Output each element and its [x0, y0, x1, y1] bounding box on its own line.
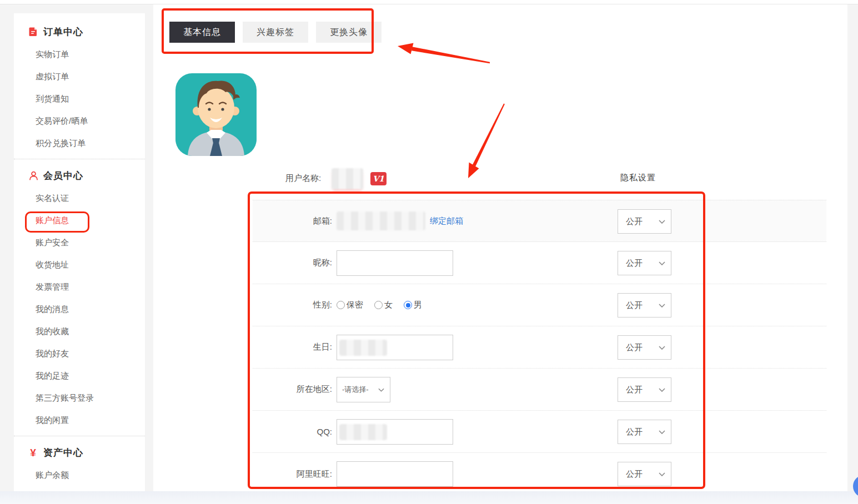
sidebar-item-physical-orders[interactable]: 实物订单: [14, 43, 145, 65]
privacy-select-birthday[interactable]: 公开: [618, 335, 671, 360]
qq-masked-value: [339, 424, 387, 440]
sidebar-section-title: 订单中心: [43, 26, 83, 38]
sidebar-section-title: 资产中心: [43, 446, 83, 459]
sidebar-item-label: 交易评价/晒单: [36, 116, 88, 127]
privacy-select-nickname[interactable]: 公开: [618, 251, 671, 275]
region-select-value: -请选择-: [342, 385, 369, 395]
sidebar-divider: [14, 159, 145, 159]
sidebar-item-virtual-orders[interactable]: 虚拟订单: [14, 65, 145, 88]
sidebar-section-asset-center: ¥ 资产中心: [14, 441, 145, 464]
radio-option-male[interactable]: 男: [404, 300, 422, 310]
sidebar-item-label: 虚拟订单: [36, 72, 69, 82]
sidebar-item-account-info[interactable]: 账户信息: [14, 209, 145, 231]
sidebar-section-order-center: 订单中心: [14, 20, 145, 43]
user-icon: [28, 170, 39, 181]
privacy-select-value: 公开: [626, 385, 643, 395]
nickname-input[interactable]: [337, 250, 453, 276]
privacy-select-email[interactable]: 公开: [618, 209, 671, 234]
tab-interest-tags[interactable]: 兴趣标签: [243, 22, 308, 43]
radio-circle: [337, 301, 345, 309]
qq-label: QQ:: [253, 427, 332, 436]
sidebar-item-label: 实物订单: [36, 49, 69, 60]
sidebar-item-label: 到货通知: [36, 94, 69, 104]
sidebar: 订单中心 实物订单 虚拟订单 到货通知 交易评价/晒单 积分兑换订单 会员中心 …: [14, 13, 145, 491]
sidebar-item-label: 实名认证: [36, 193, 69, 204]
sidebar-item-real-name-auth[interactable]: 实名认证: [14, 187, 145, 209]
sidebar-item-label: 我的好友: [36, 349, 69, 359]
sidebar-item-arrival-notice[interactable]: 到货通知: [14, 88, 145, 110]
sidebar-item-label: 我的足迹: [36, 371, 69, 381]
sidebar-item-my-favorites[interactable]: 我的收藏: [14, 320, 145, 342]
sidebar-item-account-security[interactable]: 账户安全: [14, 231, 145, 254]
page-top-border: [0, 0, 858, 4]
tab-basic-info[interactable]: 基本信息: [169, 22, 235, 43]
nickname-label: 昵称:: [253, 258, 332, 268]
privacy-select-value: 公开: [626, 258, 643, 269]
sidebar-item-invoice-management[interactable]: 发票管理: [14, 276, 145, 298]
email-masked-value: [337, 211, 425, 230]
privacy-settings-header: 隐私设置: [620, 173, 656, 183]
birthday-label: 生日:: [253, 342, 332, 352]
sidebar-section-member-center: 会员中心: [14, 164, 145, 187]
sidebar-item-shipping-address[interactable]: 收货地址: [14, 254, 145, 276]
page-bottom-strip: [0, 491, 858, 504]
sidebar-item-label: 收货地址: [36, 260, 69, 270]
privacy-select-qq[interactable]: 公开: [618, 420, 671, 444]
sidebar-divider: [14, 436, 145, 436]
privacy-select-gender[interactable]: 公开: [618, 293, 671, 317]
email-label: 邮箱:: [253, 216, 332, 226]
sidebar-item-my-footprints[interactable]: 我的足迹: [14, 365, 145, 387]
sidebar-item-label: 账户安全: [36, 238, 69, 248]
sidebar-item-account-balance[interactable]: 账户余额: [14, 464, 145, 486]
form-row-nickname: 昵称: 公开: [253, 242, 826, 284]
sidebar-item-label: 我的消息: [36, 304, 69, 315]
yen-icon: ¥: [28, 447, 39, 458]
tab-change-avatar[interactable]: 更换头像: [316, 22, 382, 43]
form-row-region: 所在地区: -请选择- 公开: [253, 369, 826, 411]
username-label: 用户名称:: [285, 173, 321, 184]
sidebar-item-third-party-login[interactable]: 第三方账号登录: [14, 387, 145, 409]
privacy-select-value: 公开: [626, 427, 643, 437]
privacy-select-aliwangwang[interactable]: 公开: [618, 462, 671, 486]
region-select[interactable]: -请选择-: [337, 377, 390, 402]
privacy-select-region[interactable]: 公开: [618, 377, 671, 402]
region-label: 所在地区:: [253, 384, 332, 395]
radio-option-secret[interactable]: 保密: [337, 300, 363, 310]
qq-input[interactable]: [337, 419, 453, 445]
sidebar-item-my-friends[interactable]: 我的好友: [14, 342, 145, 365]
sidebar-item-label: 积分兑换订单: [36, 138, 86, 149]
sidebar-section-title: 会员中心: [43, 169, 83, 182]
sidebar-item-label: 账户信息: [36, 215, 69, 226]
tab-bar: 基本信息 兴趣标签 更换头像: [169, 22, 382, 43]
radio-option-female[interactable]: 女: [374, 300, 393, 310]
sidebar-item-trade-reviews[interactable]: 交易评价/晒单: [14, 110, 145, 132]
gender-radio-group: 保密 女 男: [337, 300, 422, 310]
form-row-birthday: 生日: 公开: [253, 326, 826, 369]
radio-circle: [374, 301, 383, 309]
sidebar-item-my-messages[interactable]: 我的消息: [14, 298, 145, 320]
sidebar-item-label: 我的收藏: [36, 326, 69, 337]
form-row-qq: QQ: 公开: [253, 411, 826, 453]
radio-label: 保密: [347, 300, 363, 310]
member-level-badge: V1: [370, 172, 387, 185]
main-content: 基本信息 兴趣标签 更换头像: [153, 4, 847, 491]
birthday-masked-value: [339, 340, 387, 356]
account-info-form: 邮箱: 绑定邮箱 公开 昵称: 公开: [253, 200, 826, 491]
radio-circle-checked: [404, 301, 412, 309]
aliwangwang-input[interactable]: [337, 461, 453, 487]
privacy-select-value: 公开: [626, 300, 643, 311]
birthday-input[interactable]: [337, 335, 453, 360]
sidebar-item-label: 账户余额: [36, 470, 69, 481]
sidebar-item-my-idle-items[interactable]: 我的闲置: [14, 409, 145, 431]
radio-label: 女: [384, 300, 393, 310]
form-row-aliwangwang: 阿里旺旺: 公开: [253, 453, 826, 491]
bind-email-link[interactable]: 绑定邮箱: [430, 216, 463, 226]
sidebar-item-label: 第三方账号登录: [36, 393, 94, 404]
gender-label: 性别:: [253, 300, 332, 310]
radio-label: 男: [414, 300, 422, 310]
sidebar-item-points-exchange-orders[interactable]: 积分兑换订单: [14, 132, 145, 154]
sidebar-item-label: 我的闲置: [36, 415, 69, 426]
privacy-select-value: 公开: [626, 469, 643, 480]
privacy-select-value: 公开: [626, 342, 643, 353]
aliwangwang-label: 阿里旺旺:: [253, 469, 332, 480]
